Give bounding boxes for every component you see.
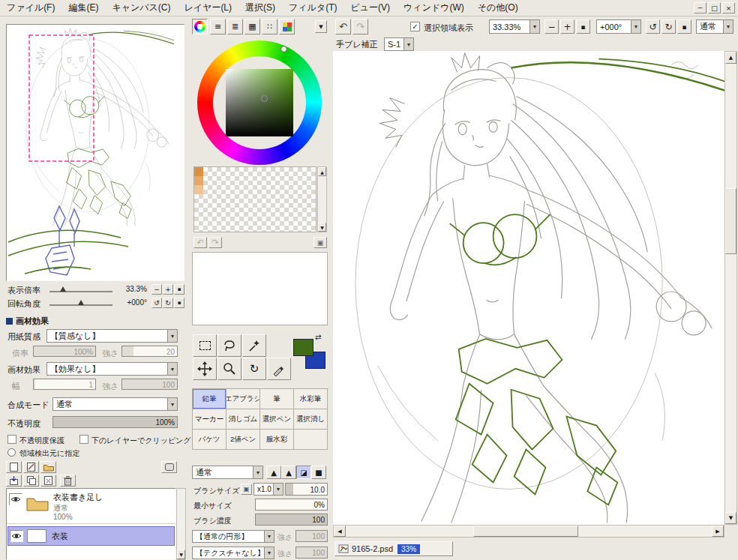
chevron-down-icon[interactable]: ▼	[264, 531, 274, 542]
chevron-down-icon[interactable]: ▼	[264, 547, 274, 559]
scratchpad[interactable]	[192, 252, 328, 325]
scroll-down-button[interactable]: ▼	[725, 512, 736, 524]
document-tab[interactable]: 9165-2.psd 33%	[334, 541, 453, 556]
brush-size-slider[interactable]: 10.0	[285, 483, 328, 496]
nav-rotate-ccw-button[interactable]: ↺	[152, 298, 162, 308]
rotation-combo[interactable]: +000° ▼	[596, 19, 641, 34]
brush-size-unit-combo[interactable]: x1.0 ▼	[254, 483, 284, 496]
zoom-tool[interactable]	[218, 358, 242, 380]
nav-angle-thumb[interactable]	[78, 300, 84, 305]
close-button[interactable]: ×	[722, 2, 735, 13]
brush-size-unit-button[interactable]: ▣	[241, 484, 252, 495]
paper-strength-slider[interactable]: 20	[122, 346, 178, 357]
hue-marker[interactable]	[280, 46, 287, 52]
chevron-down-icon[interactable]: ▼	[530, 20, 539, 33]
chevron-down-icon[interactable]: ▼	[253, 466, 262, 478]
scroll-left-button[interactable]: ◀	[334, 526, 346, 537]
menu-layer[interactable]: レイヤー(L)	[178, 0, 239, 16]
effect-combo[interactable]: 【効果なし】 ▼	[46, 362, 178, 376]
brush-brush[interactable]: 筆	[260, 389, 294, 409]
brush-custom[interactable]: 服水彩	[260, 430, 294, 450]
swatch-scrollbar[interactable]: ▲ ▼	[317, 166, 327, 232]
rgb-sliders-panel-button[interactable]: ≡	[210, 19, 226, 34]
scratchpad-options-button[interactable]: ▣	[314, 237, 327, 248]
brush-bucket[interactable]: バケツ	[193, 430, 226, 450]
opacity-slider[interactable]: 100%	[52, 416, 178, 428]
brush-selection-eraser[interactable]: 選択消し	[294, 409, 328, 430]
clear-layer-button[interactable]	[40, 475, 56, 487]
layer-row-folder[interactable]: 衣装書き足し 通常 100%	[7, 489, 176, 524]
color-history-back-button[interactable]: ↶	[194, 237, 207, 248]
color-history-forward-button[interactable]: ↷	[208, 237, 222, 248]
nav-zoom-in-button[interactable]: +	[163, 284, 173, 295]
scroll-up-button[interactable]: ▲	[318, 167, 326, 176]
effect-strength-slider[interactable]: 100	[122, 379, 178, 390]
clipping-checkbox[interactable]	[80, 435, 88, 444]
nav-zoom-out-button[interactable]: −	[152, 284, 162, 295]
vscroll-thumb[interactable]	[725, 188, 736, 254]
texture-strength-slider[interactable]: 100	[296, 547, 328, 559]
transfer-down-button[interactable]	[6, 475, 22, 487]
rotate-cw-button[interactable]: ↻	[662, 19, 676, 34]
rotate-canvas-tool[interactable]: ↻	[242, 358, 266, 380]
nav-zoom-slider[interactable]	[50, 291, 112, 292]
navigator-thumbnail[interactable]	[7, 25, 184, 280]
undo-button[interactable]: ↶	[335, 19, 351, 34]
paper-scale-slider[interactable]: 100%	[33, 346, 96, 357]
blend-mode-combo[interactable]: 通常 ▼	[52, 397, 178, 411]
nav-zoom-thumb[interactable]	[60, 286, 66, 292]
nav-rotate-cw-button[interactable]: ↻	[163, 298, 173, 308]
scroll-down-button[interactable]: ▼	[318, 223, 326, 232]
canvas-vscrollbar[interactable]: ▲ ▼	[724, 51, 737, 525]
redo-button[interactable]: ↷	[352, 19, 368, 34]
rect-select-tool[interactable]	[193, 334, 217, 357]
zoom-reset-button[interactable]: ▪	[576, 19, 590, 34]
scroll-right-button[interactable]: ▶	[712, 526, 724, 537]
navigator[interactable]	[6, 24, 184, 281]
rotate-ccw-button[interactable]: ↺	[646, 19, 660, 34]
hsv-sliders-panel-button[interactable]: ≣	[227, 19, 243, 34]
custom-palette-panel-button[interactable]	[279, 19, 295, 34]
panel-options-dropdown[interactable]: ▼	[315, 20, 327, 33]
saturation-value-square[interactable]	[226, 69, 293, 136]
delete-layer-button[interactable]	[60, 475, 76, 487]
chevron-down-icon[interactable]: ▼	[167, 398, 177, 410]
menu-others[interactable]: その他(O)	[471, 0, 525, 16]
brush-eraser[interactable]: 消しゴム	[226, 409, 260, 430]
menu-edit[interactable]: 編集(E)	[62, 0, 105, 16]
effect-width-slider[interactable]: 1	[33, 379, 96, 390]
layer-row-selected[interactable]: 衣装	[8, 526, 175, 546]
menu-window[interactable]: ウィンドウ(W)	[397, 0, 471, 16]
eyedropper-tool[interactable]	[267, 358, 291, 380]
chevron-down-icon[interactable]: ▼	[723, 20, 733, 33]
swatches-panel-button[interactable]: ▦	[244, 19, 260, 34]
brush-shape-combo[interactable]: 【通常の円形】 ▼	[192, 530, 274, 543]
move-tool[interactable]	[193, 358, 217, 380]
menu-file[interactable]: ファイル(F)	[0, 0, 62, 16]
layer-visibility-toggle[interactable]	[10, 530, 23, 542]
new-layer-button[interactable]	[6, 461, 22, 473]
swap-colors-icon[interactable]: ⇄	[315, 333, 321, 341]
brush-watercolor[interactable]: 水彩筆	[294, 389, 328, 409]
brush-binary-pen[interactable]: 2値ペン	[226, 430, 260, 450]
canvas[interactable]	[333, 51, 724, 525]
preserve-opacity-checkbox[interactable]	[8, 435, 16, 444]
swatch-orange-2[interactable]	[194, 176, 203, 185]
brush-blend-combo[interactable]: 通常 ▼	[192, 466, 263, 479]
layer-visibility-toggle[interactable]	[9, 493, 22, 505]
nav-zoom-reset-button[interactable]: ▪	[174, 284, 184, 295]
sv-marker[interactable]	[261, 95, 268, 102]
menu-view[interactable]: ビュー(V)	[344, 0, 398, 16]
scratchpad-panel-button[interactable]: ∷	[262, 19, 278, 34]
swatch-orange-1[interactable]	[194, 167, 203, 176]
brush-edge-soft-button[interactable]: ▲	[281, 466, 296, 479]
paper-texture-combo[interactable]: 【質感なし】 ▼	[46, 329, 178, 343]
menu-selection[interactable]: 選択(S)	[238, 0, 282, 16]
selection-display-checkbox[interactable]: ✓	[410, 22, 420, 31]
new-linework-layer-button[interactable]	[23, 461, 39, 473]
layer-list-scrollbar[interactable]: ▼	[176, 488, 186, 560]
brush-texture-combo[interactable]: 【テクスチャなし】 ▼	[192, 547, 274, 559]
brush-edge-flat-button[interactable]: ■	[311, 466, 326, 479]
swatch-palette[interactable]	[194, 166, 316, 232]
brush-edge-bristle-button[interactable]: ◪	[296, 466, 311, 479]
